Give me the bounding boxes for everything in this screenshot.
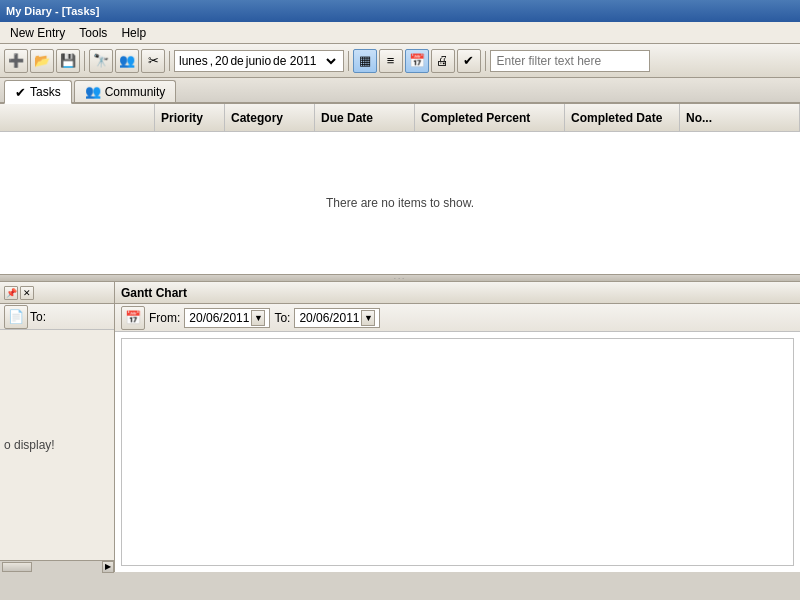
day-num: 20	[215, 54, 228, 68]
main-content: Priority Category Due Date Completed Per…	[0, 104, 800, 274]
menu-help[interactable]: Help	[115, 24, 152, 42]
list-view-btn[interactable]: ≡	[379, 49, 403, 73]
tab-tasks[interactable]: ✔ Tasks	[4, 80, 72, 104]
to-date-btn[interactable]: ▼	[361, 310, 375, 326]
to-label: To:	[274, 311, 290, 325]
gantt-calendar-btn[interactable]: 📅	[121, 306, 145, 330]
col-subject	[0, 104, 155, 131]
gantt-from-date: 20/06/2011 ▼	[184, 308, 270, 328]
close-button[interactable]: ✕	[20, 286, 34, 300]
date-dropdown[interactable]	[319, 53, 339, 69]
title-bar: My Diary - [Tasks]	[0, 0, 800, 22]
title-text: My Diary - [Tasks]	[6, 5, 99, 17]
month-label: junio	[246, 54, 271, 68]
right-panel: Gantt Chart 📅 From: 20/06/2011 ▼ To: 20/…	[115, 282, 800, 572]
menu-new-entry[interactable]: New Entry	[4, 24, 71, 42]
menu-tools[interactable]: Tools	[73, 24, 113, 42]
gantt-header: Gantt Chart	[115, 282, 800, 304]
from-date-text: 20/06/2011	[189, 311, 249, 325]
grid-view-btn[interactable]: ▦	[353, 49, 377, 73]
column-headers: Priority Category Due Date Completed Per…	[0, 104, 800, 132]
gantt-title: Gantt Chart	[121, 286, 187, 300]
date-selector[interactable]: lunes , 20 de junio de 2011	[174, 50, 344, 72]
horizontal-splitter[interactable]: ···	[0, 274, 800, 282]
new-btn[interactable]: ➕	[4, 49, 28, 73]
comma: ,	[210, 54, 213, 68]
tab-community-label: Community	[105, 85, 166, 99]
open-btn[interactable]: 📂	[30, 49, 54, 73]
check-btn[interactable]: ✔	[457, 49, 481, 73]
menu-bar: New Entry Tools Help	[0, 22, 800, 44]
print-btn[interactable]: 🖨	[431, 49, 455, 73]
year-label: de 2011	[273, 54, 316, 68]
separator-2	[169, 51, 170, 71]
left-panel-toolbar: 📄 To:	[0, 304, 114, 330]
to-date-text: 20/06/2011	[299, 311, 359, 325]
no-display-text: o display!	[4, 438, 55, 452]
to-label: To:	[30, 310, 46, 324]
separator-1	[84, 51, 85, 71]
left-panel-header: 📌 ✕	[0, 282, 114, 304]
tab-bar: ✔ Tasks 👥 Community	[0, 78, 800, 104]
calendar-view-btn[interactable]: 📅	[405, 49, 429, 73]
left-panel-content: o display!	[0, 330, 114, 560]
col-due-date: Due Date	[315, 104, 415, 131]
empty-message: There are no items to show.	[0, 132, 800, 274]
col-completed-percent: Completed Percent	[415, 104, 565, 131]
gantt-to-date: 20/06/2011 ▼	[294, 308, 380, 328]
community-icon: 👥	[85, 84, 101, 99]
left-panel: 📌 ✕ 📄 To: o display! ▶	[0, 282, 115, 572]
col-priority: Priority	[155, 104, 225, 131]
empty-text: There are no items to show.	[326, 196, 474, 210]
gantt-content	[121, 338, 794, 566]
gantt-toolbar: 📅 From: 20/06/2011 ▼ To: 20/06/2011 ▼	[115, 304, 800, 332]
from-label: From:	[149, 311, 180, 325]
tasks-icon: ✔	[15, 85, 26, 100]
day-label: lunes	[179, 54, 208, 68]
separator-3	[348, 51, 349, 71]
from-date-btn[interactable]: ▼	[251, 310, 265, 326]
scroll-right-arrow[interactable]: ▶	[102, 561, 114, 573]
col-completed-date: Completed Date	[565, 104, 680, 131]
col-notes: No...	[680, 104, 800, 131]
panel-controls: 📌 ✕	[4, 286, 34, 300]
view1-btn[interactable]: 🔭	[89, 49, 113, 73]
pin-button[interactable]: 📌	[4, 286, 18, 300]
view2-btn[interactable]: 👥	[115, 49, 139, 73]
tab-community[interactable]: 👥 Community	[74, 80, 177, 102]
left-new-btn[interactable]: 📄	[4, 305, 28, 329]
separator-4	[485, 51, 486, 71]
bottom-section: 📌 ✕ 📄 To: o display! ▶ Gantt Chart 📅 Fro…	[0, 282, 800, 572]
scroll-thumb[interactable]	[2, 562, 32, 572]
view3-btn[interactable]: ✂	[141, 49, 165, 73]
toolbar: ➕ 📂 💾 🔭 👥 ✂ lunes , 20 de junio de 2011 …	[0, 44, 800, 78]
left-scrollbar[interactable]: ▶	[0, 560, 114, 572]
save-btn[interactable]: 💾	[56, 49, 80, 73]
tab-tasks-label: Tasks	[30, 85, 61, 99]
col-category: Category	[225, 104, 315, 131]
filter-input[interactable]	[490, 50, 650, 72]
de-label: de	[230, 54, 243, 68]
